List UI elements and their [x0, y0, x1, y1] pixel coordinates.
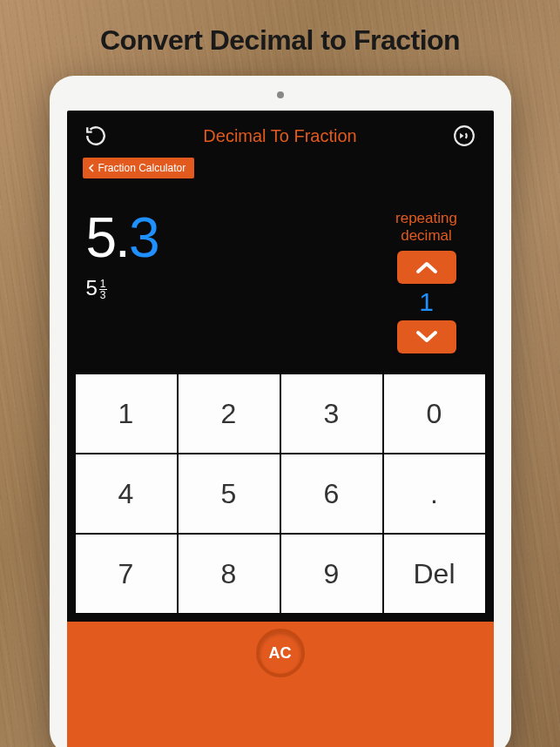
ac-button[interactable]: AC — [256, 629, 305, 677]
mixed-fraction-part: 1 3 — [99, 279, 107, 300]
screen-title: Decimal To Fraction — [203, 126, 356, 146]
step-down-button[interactable] — [397, 320, 456, 353]
mixed-numerator: 1 — [99, 279, 107, 290]
key-5[interactable]: 5 — [179, 454, 280, 533]
key-8[interactable]: 8 — [179, 535, 280, 613]
svg-point-0 — [455, 126, 475, 145]
app-screen: Decimal To Fraction Fraction Calculator … — [67, 111, 494, 747]
back-row: Fraction Calculator — [67, 156, 494, 184]
mixed-whole: 5 — [86, 276, 98, 300]
key-0[interactable]: 0 — [384, 374, 485, 453]
key-7[interactable]: 7 — [76, 535, 177, 613]
key-4[interactable]: 4 — [76, 454, 177, 533]
decimal-display: 5.3 — [86, 210, 379, 266]
keypad: 1 2 3 0 4 5 6 . 7 8 9 Del — [67, 374, 494, 613]
footer-bar: AC — [67, 622, 494, 747]
repeating-label-2: decimal — [401, 227, 452, 244]
camera-dot — [277, 91, 284, 98]
back-button[interactable]: Fraction Calculator — [83, 158, 195, 178]
key-2[interactable]: 2 — [179, 374, 280, 453]
key-3[interactable]: 3 — [281, 374, 382, 453]
step-up-button[interactable] — [397, 251, 456, 284]
fraction-result: 5 1 3 — [86, 276, 379, 300]
decimal-part: 3 — [129, 206, 159, 269]
repeating-label: repeating decimal — [379, 210, 475, 244]
repeating-label-1: repeating — [395, 210, 457, 226]
marketing-title: Convert Decimal to Fraction — [0, 0, 560, 76]
key-del[interactable]: Del — [384, 535, 485, 613]
key-1[interactable]: 1 — [76, 374, 177, 453]
mixed-denominator: 3 — [99, 290, 107, 300]
display-area: 5.3 5 1 3 repeating decimal — [67, 184, 494, 374]
top-bar: Decimal To Fraction — [67, 111, 494, 156]
repeating-decimal-stepper: repeating decimal 1 — [379, 210, 475, 353]
key-dot[interactable]: . — [384, 454, 485, 533]
key-6[interactable]: 6 — [281, 454, 382, 533]
sound-icon[interactable] — [451, 123, 477, 149]
tablet-frame: Decimal To Fraction Fraction Calculator … — [50, 76, 511, 747]
integer-part: 5. — [86, 206, 129, 269]
reset-icon[interactable] — [83, 123, 109, 149]
key-9[interactable]: 9 — [281, 535, 382, 613]
display-main: 5.3 5 1 3 — [86, 210, 379, 300]
back-label: Fraction Calculator — [98, 162, 186, 174]
repeating-value: 1 — [379, 284, 475, 320]
